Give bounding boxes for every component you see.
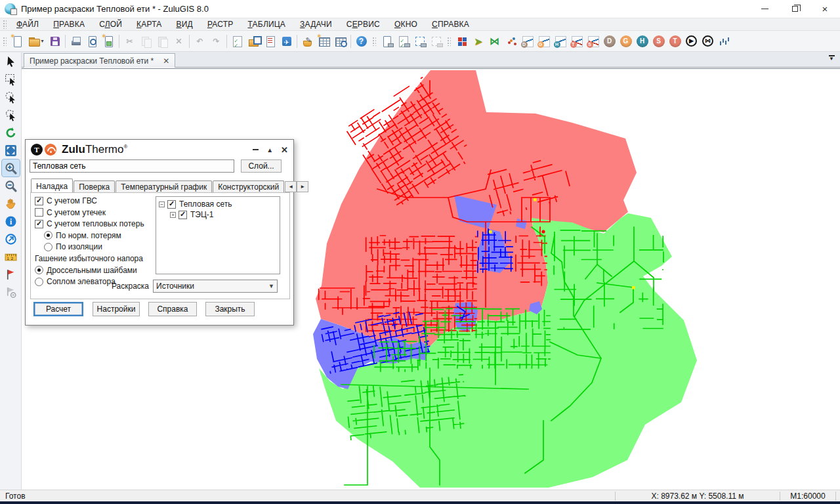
radio-norm-losses[interactable]: По норм. потерям [44, 231, 154, 240]
print-area-button[interactable] [411, 33, 428, 50]
layer-manager-button[interactable] [245, 33, 262, 50]
object-info-button[interactable]: i [2, 213, 20, 230]
heat-source-marker[interactable] [632, 286, 635, 289]
collapse-icon[interactable]: − [159, 201, 165, 207]
close-dialog-button[interactable]: Закрыть [205, 302, 255, 316]
dialog-tab-1[interactable]: Наладка [31, 178, 73, 192]
checkbox-leaks[interactable]: С учетом утечек [35, 208, 154, 217]
help-button[interactable]: Справка [148, 302, 197, 316]
heat-source-marker[interactable] [534, 198, 537, 201]
refresh-button[interactable] [2, 124, 20, 141]
help-button[interactable] [353, 33, 369, 50]
color-legend-button[interactable] [453, 33, 470, 50]
toolbar-grip[interactable] [3, 37, 7, 46]
select-button[interactable] [2, 53, 20, 70]
radio-throttle-washers[interactable]: Дроссельными шайбами [35, 266, 154, 275]
document-tab[interactable]: Пример раскраски Тепловой ети * ✕ [24, 53, 175, 68]
menu-растр[interactable]: РАСТР [200, 18, 241, 30]
tree-child-row[interactable]: + ТЭЦ-1 [169, 209, 278, 220]
menu-вид[interactable]: ВИД [169, 18, 200, 30]
cut-button[interactable]: ✂ [121, 33, 138, 50]
valve-tool-button[interactable]: ⋈ [486, 33, 503, 50]
menu-задачи[interactable]: ЗАДАЧИ [293, 18, 339, 30]
layer-name-input[interactable] [30, 159, 234, 173]
select-circle-button[interactable] [2, 89, 20, 106]
network-graph-button[interactable] [503, 33, 519, 50]
menu-карта[interactable]: КАРТА [129, 18, 169, 30]
new-document-button[interactable]: ✶ [9, 33, 26, 50]
style-editor-button[interactable] [299, 33, 316, 50]
zoom-out-button[interactable] [2, 177, 20, 194]
dialog-tab-3[interactable]: Температурный график [116, 180, 212, 192]
menu-правка[interactable]: ПРАВКА [46, 18, 92, 30]
menu-сервис[interactable]: СЕРВИС [339, 18, 387, 30]
dialog-title-bar[interactable]: T ZuluThermo® ▲ ✕ [26, 140, 293, 159]
calc-button[interactable]: Расчет [33, 302, 83, 316]
chart-d-button[interactable]: D [519, 33, 536, 50]
tool-g-button[interactable]: G [618, 33, 634, 50]
save-button[interactable] [47, 33, 63, 50]
menu-таблица[interactable]: ТАБЛИЦА [240, 18, 293, 30]
menu-файл[interactable]: ФАЙЛ [9, 18, 46, 30]
dialog-rollup-icon[interactable]: ▲ [266, 146, 273, 154]
tool-m-button[interactable]: ⋈ [700, 33, 716, 50]
tool-t-button[interactable]: T [667, 33, 683, 50]
tab-scroll-right[interactable]: ► [297, 181, 308, 192]
checkbox-heat-losses[interactable]: С учетом тепловых потерь [35, 219, 154, 228]
heat-source-marker[interactable] [489, 230, 492, 234]
open-project-button[interactable]: ▾ [26, 33, 47, 50]
table-search-button[interactable] [332, 33, 348, 50]
checkbox-icon[interactable] [35, 208, 43, 217]
dialog-minimize-icon[interactable] [253, 149, 259, 150]
toolbar-grip[interactable] [372, 37, 376, 46]
chart-h-button[interactable]: H [552, 33, 568, 50]
legend-button[interactable] [262, 33, 278, 50]
tool-d-button[interactable]: D [601, 33, 618, 50]
tool-h-button[interactable]: H [634, 33, 650, 50]
measure-ruler-button[interactable]: 12 [2, 248, 20, 265]
minimize-button[interactable] [749, 0, 780, 18]
coloring-select[interactable]: Источники ▼ [153, 280, 278, 293]
select-rect-button[interactable] [2, 71, 20, 88]
print-frame-button[interactable] [428, 33, 444, 50]
zoom-in-button[interactable] [2, 159, 20, 177]
paste-button[interactable] [154, 33, 171, 50]
checkbox-icon[interactable] [35, 220, 43, 228]
dialog-tab-2[interactable]: Поверка [74, 180, 115, 192]
checkbox-gvs[interactable]: С учетом ГВС [35, 196, 154, 205]
restore-button[interactable] [780, 0, 810, 18]
network-tree[interactable]: − Тепловая сеть + ТЭЦ-1 [156, 196, 280, 274]
print-document-button[interactable] [379, 33, 395, 50]
status-scale[interactable]: М1:60000 [780, 492, 835, 501]
dialog-close-icon[interactable]: ✕ [281, 145, 288, 155]
delete-button[interactable]: ✕ [171, 33, 187, 50]
radio-icon[interactable] [44, 231, 52, 240]
tab-scroll-left[interactable]: ◄ [285, 181, 297, 192]
radio-insulation[interactable]: По изоляции [44, 242, 154, 251]
chart-g-button[interactable]: G [536, 33, 552, 50]
new-report-button[interactable]: ✶ [100, 33, 117, 50]
pan-hand-button[interactable] [2, 195, 20, 212]
tree-checkbox-icon[interactable] [178, 211, 187, 219]
run-calculation-button[interactable]: ▶ [683, 33, 700, 50]
menu-справка[interactable]: СПРАВКА [425, 18, 476, 30]
flag-remove-button[interactable] [2, 284, 20, 301]
add-map-button[interactable] [278, 33, 295, 50]
new-table-button[interactable]: ✶ [316, 33, 332, 50]
checkbox-icon[interactable] [35, 197, 43, 205]
tree-root-row[interactable]: − Тепловая сеть [158, 199, 278, 209]
print-list-button[interactable] [395, 33, 411, 50]
radio-icon[interactable] [35, 266, 43, 274]
layer-properties-button[interactable] [229, 33, 245, 50]
radio-icon[interactable] [44, 243, 52, 251]
chart-s-button[interactable]: S [585, 33, 601, 50]
expand-icon[interactable]: + [170, 212, 176, 218]
print-preview-button[interactable] [84, 33, 100, 50]
toolbar-grip[interactable] [3, 20, 7, 29]
select-polygon-button[interactable] [2, 106, 20, 123]
flag-add-button[interactable] [2, 266, 20, 283]
tree-checkbox-icon[interactable] [167, 200, 176, 209]
menu-окно[interactable]: ОКНО [387, 18, 425, 30]
profile-chart-button[interactable] [716, 33, 732, 50]
undo-button[interactable]: ↶ [192, 33, 208, 50]
